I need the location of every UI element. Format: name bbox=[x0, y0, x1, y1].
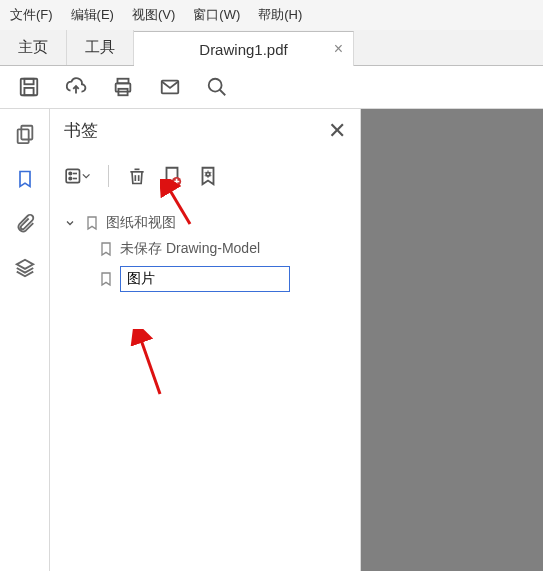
svg-point-7 bbox=[209, 79, 222, 92]
tab-tools[interactable]: 工具 bbox=[67, 30, 134, 65]
cloud-upload-icon[interactable] bbox=[64, 76, 88, 98]
bookmark-icon bbox=[98, 240, 114, 258]
tab-close-icon[interactable]: × bbox=[334, 41, 343, 57]
bookmark-name-input[interactable] bbox=[120, 266, 290, 292]
save-icon[interactable] bbox=[18, 76, 40, 98]
menu-window[interactable]: 窗口(W) bbox=[193, 6, 240, 24]
search-icon[interactable] bbox=[206, 76, 228, 98]
menu-file[interactable]: 文件(F) bbox=[10, 6, 53, 24]
layers-icon[interactable] bbox=[14, 257, 36, 279]
bookmark-settings-icon[interactable] bbox=[197, 164, 219, 188]
pages-icon[interactable] bbox=[14, 123, 36, 145]
document-preview[interactable] bbox=[361, 109, 543, 571]
panel-toolbar bbox=[64, 164, 346, 188]
tab-document-label: Drawing1.pdf bbox=[199, 41, 287, 58]
left-sidebar bbox=[0, 109, 50, 571]
separator bbox=[108, 165, 109, 187]
annotation-arrow-2 bbox=[130, 329, 170, 399]
bookmarks-tree: 图纸和视图 未保存 Drawing-Model bbox=[64, 210, 346, 296]
svg-rect-2 bbox=[24, 88, 33, 95]
menu-edit[interactable]: 编辑(E) bbox=[71, 6, 114, 24]
svg-rect-1 bbox=[24, 79, 33, 85]
menu-help[interactable]: 帮助(H) bbox=[258, 6, 302, 24]
svg-rect-10 bbox=[66, 169, 79, 182]
print-icon[interactable] bbox=[112, 76, 134, 98]
tree-row-editing[interactable] bbox=[64, 262, 346, 296]
svg-rect-8 bbox=[21, 126, 32, 140]
panel-title: 书签 bbox=[64, 119, 98, 142]
svg-point-13 bbox=[69, 177, 72, 180]
bookmarks-icon[interactable] bbox=[15, 167, 35, 191]
attachments-icon[interactable] bbox=[14, 213, 36, 235]
delete-icon[interactable] bbox=[127, 165, 147, 187]
main: 书签 ✕ bbox=[0, 109, 543, 571]
tab-home[interactable]: 主页 bbox=[0, 30, 67, 65]
bookmarks-panel: 书签 ✕ bbox=[50, 109, 361, 571]
tree-row-root[interactable]: 图纸和视图 bbox=[64, 210, 346, 236]
tree-root-label: 图纸和视图 bbox=[106, 214, 176, 232]
tree-row-unsaved[interactable]: 未保存 Drawing-Model bbox=[64, 236, 346, 262]
bookmark-icon bbox=[84, 214, 100, 232]
bookmark-icon bbox=[98, 270, 114, 288]
panel-close-icon[interactable]: ✕ bbox=[328, 120, 346, 142]
menubar: 文件(F) 编辑(E) 视图(V) 窗口(W) 帮助(H) bbox=[0, 0, 543, 30]
mail-icon[interactable] bbox=[158, 76, 182, 98]
svg-point-18 bbox=[206, 172, 210, 176]
svg-rect-9 bbox=[17, 129, 28, 143]
chevron-down-icon[interactable] bbox=[64, 217, 78, 229]
tab-document[interactable]: Drawing1.pdf × bbox=[134, 31, 354, 66]
svg-point-11 bbox=[69, 172, 72, 175]
toolbar bbox=[0, 66, 543, 109]
menu-view[interactable]: 视图(V) bbox=[132, 6, 175, 24]
add-bookmark-icon[interactable] bbox=[161, 164, 183, 188]
options-icon[interactable] bbox=[64, 166, 90, 186]
tree-unsaved-label: 未保存 Drawing-Model bbox=[120, 240, 260, 258]
tabbar: 主页 工具 Drawing1.pdf × bbox=[0, 30, 543, 66]
